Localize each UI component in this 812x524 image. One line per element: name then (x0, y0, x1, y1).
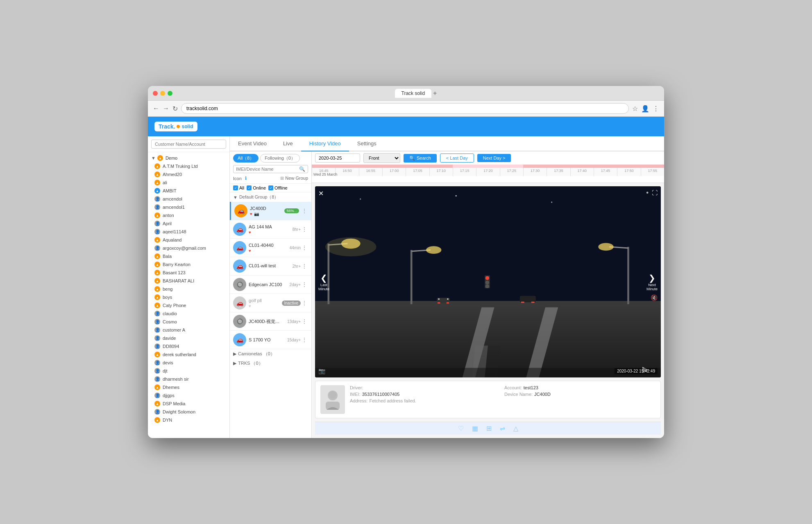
default-group-header[interactable]: ▼ Default Group（8） (230, 192, 311, 202)
sidebar-item-amcendol1[interactable]: 👤 amcendol1 (148, 203, 229, 211)
more-icon[interactable]: ⋮ (301, 280, 308, 289)
tab-history-video[interactable]: History Video (301, 136, 349, 151)
all-checkbox[interactable]: ✓ (233, 185, 238, 190)
sidebar-item-dwight[interactable]: 👤 Dwight Solomon (148, 408, 229, 416)
filter-following-tab[interactable]: Following（0） (260, 154, 300, 163)
sidebar-item-dyn[interactable]: ▲ DYN (148, 416, 229, 424)
tab-settings[interactable]: Settings (349, 136, 385, 151)
video-next-button[interactable]: ❯ NextMinute (646, 273, 658, 291)
sidebar-item-bala[interactable]: ▲ Bala (148, 252, 229, 260)
sidebar-item-beng[interactable]: ▲ beng (148, 285, 229, 293)
filter-offline-status[interactable]: ✓ Offline (268, 185, 288, 190)
sidebar-item-barry[interactable]: ▲ Barry Kearton (148, 260, 229, 269)
menu-icon[interactable]: ⋮ (653, 105, 659, 113)
camionetas-group[interactable]: ▶ Camionetas （0） (230, 349, 311, 359)
sidebar-item-claudio[interactable]: 👤 claudio (148, 309, 229, 318)
svg-point-23 (598, 243, 613, 251)
sidebar-item-devis[interactable]: 👤 devis (148, 359, 229, 367)
timeline-track[interactable]: Wed 25 March 16:45 16:50 16:55 17:00 17:… (312, 165, 664, 181)
sidebar-item-boys[interactable]: ▲ boys (148, 293, 229, 301)
sidebar-item-djjgps[interactable]: 👤 djjgps (148, 391, 229, 400)
filter-online-status[interactable]: ✓ Online (247, 185, 266, 190)
device-item-edgecam[interactable]: 🔘 Edgecam JC100 2day+ ⋮ (230, 276, 311, 294)
back-button[interactable]: ← (153, 105, 159, 112)
sidebar-item-april[interactable]: 👤 April (148, 219, 229, 228)
more-icon[interactable]: ⋮ (301, 299, 308, 307)
video-expand-button[interactable]: ⛶ (652, 190, 658, 196)
grid-action-icon[interactable]: ▦ (472, 425, 478, 432)
sidebar-item-atm[interactable]: ▲ A.T.M Truking Ltd (148, 162, 229, 170)
browser-tab[interactable]: Track solid (395, 89, 432, 98)
sidebar-item-dhemes[interactable]: ▲ Dhemes (148, 383, 229, 391)
sidebar-item-amcendol[interactable]: 👤 amcendol (148, 195, 229, 203)
more-icon[interactable]: ⋮ (301, 207, 308, 215)
sidebar-item-dsp[interactable]: ▲ DSP Media (148, 400, 229, 408)
address-row: Address: Fetched address failed. (350, 398, 501, 403)
exchange-action-icon[interactable]: ⇌ (500, 425, 505, 432)
maximize-button[interactable] (168, 91, 172, 96)
device-item-s1700yo[interactable]: 🚗 S 1700 YO 15day+ ⋮ (230, 331, 311, 349)
sidebar-item-argoxcoy[interactable]: 👤 argoxcoy@gmail.com (148, 244, 229, 252)
sidebar-item-aqeel[interactable]: 👤 aqeel11148 (148, 228, 229, 236)
next-day-button[interactable]: Next Day > (477, 154, 511, 162)
camera-select[interactable]: Front Rear (363, 153, 400, 163)
sidebar-item-dd8094[interactable]: 👤 DD8094 (148, 342, 229, 350)
capture-icon[interactable]: 📷 (318, 368, 325, 374)
sidebar-item-derek[interactable]: ▲ derek sutherland (148, 350, 229, 359)
more-icon[interactable]: ⋮ (301, 244, 308, 252)
new-group-button[interactable]: ⊞ New Group (280, 176, 308, 181)
offline-checkbox[interactable]: ✓ (268, 185, 273, 190)
last-day-button[interactable]: < Last Day (440, 154, 474, 163)
more-icon[interactable]: ⋮ (301, 336, 308, 344)
device-item-cl01-40440[interactable]: 🚗 CL01-40440 ♥ 44min ⋮ (230, 239, 311, 257)
sidebar-item-demo[interactable]: ▼ ▲ Demo (148, 154, 229, 162)
copy-action-icon[interactable]: ⊞ (486, 425, 492, 432)
device-item-golf[interactable]: 🚗 golf pll ♥ Inactive ⋮ (230, 294, 311, 312)
device-item-cl01-will[interactable]: 🚗 CL01-will test 2hr+ ⋮ (230, 257, 311, 276)
sidebar-item-customer-a[interactable]: 👤 customer A (148, 326, 229, 334)
address-bar[interactable] (181, 103, 629, 114)
search-button[interactable]: 🔍 Search (404, 154, 437, 163)
alert-action-icon[interactable]: △ (513, 425, 518, 432)
minimize-button[interactable] (160, 91, 165, 96)
sidebar-item-anton[interactable]: ▲ anton (148, 211, 229, 219)
tab-live[interactable]: Live (275, 136, 301, 151)
new-tab-button[interactable]: + (433, 90, 437, 97)
filter-all-status[interactable]: ✓ All (233, 185, 244, 190)
close-button[interactable] (153, 91, 158, 96)
sidebar-item-djt[interactable]: 👤 djt (148, 367, 229, 375)
sidebar-item-ali[interactable]: ▲ ali (148, 178, 229, 187)
video-prev-button[interactable]: ❮ LastMinute (318, 273, 329, 291)
sidebar-item-ahmed20[interactable]: ▲ Ahmed20 (148, 170, 229, 178)
more-icon[interactable]: ⋮ (301, 317, 308, 325)
forward-button[interactable]: → (163, 105, 169, 112)
device-item-jc400d-vision[interactable]: 🔘 JC400D-视觉... 13day+ ⋮ (230, 312, 311, 331)
sidebar-item-davide[interactable]: 👤 davide (148, 334, 229, 342)
svg-rect-30 (447, 302, 449, 303)
device-search-input[interactable] (236, 167, 299, 172)
device-item-jc400d[interactable]: 🚗 JC400D ♥ 📷 56%... ⋮ (230, 202, 311, 220)
sidebar-item-aqualand[interactable]: ▲ Aqualand (148, 236, 229, 244)
more-icon[interactable]: ⋮ (301, 262, 308, 270)
filter-all-tab[interactable]: All（8） (233, 154, 259, 163)
date-input[interactable] (315, 154, 360, 163)
sidebar-item-caty[interactable]: ▲ Caty Phone (148, 301, 229, 309)
sidebar-item-basant[interactable]: ▲ Basant 123 (148, 269, 229, 277)
video-close-button[interactable]: ✕ (318, 190, 324, 197)
device-item-ag144ma[interactable]: 🚗 AG 144 MA ♥ 8hr+ ⋮ (230, 220, 311, 239)
tab-event-video[interactable]: Event Video (230, 136, 275, 151)
refresh-button[interactable]: ↻ (172, 105, 178, 113)
star-icon[interactable]: ☆ (632, 105, 638, 113)
info-icon: ℹ (245, 176, 247, 181)
sidebar-item-basharat[interactable]: ▲ BASHARAT ALI (148, 277, 229, 285)
favorite-action-icon[interactable]: ♡ (458, 425, 464, 432)
logo-suffix: solid (181, 124, 193, 129)
customer-search-input[interactable] (151, 140, 226, 149)
sidebar-item-ambit[interactable]: ▲ AMBIT (148, 187, 229, 195)
online-checkbox[interactable]: ✓ (247, 185, 252, 190)
sidebar-item-dharmesh[interactable]: 👤 dharmesh sir (148, 375, 229, 383)
more-icon[interactable]: ⋮ (301, 225, 308, 233)
trks-group[interactable]: ▶ TRKS （0） (230, 359, 311, 368)
sidebar-item-cosmo[interactable]: 👤 Cosmo (148, 318, 229, 326)
sound-button[interactable]: 🔇 (651, 294, 658, 301)
